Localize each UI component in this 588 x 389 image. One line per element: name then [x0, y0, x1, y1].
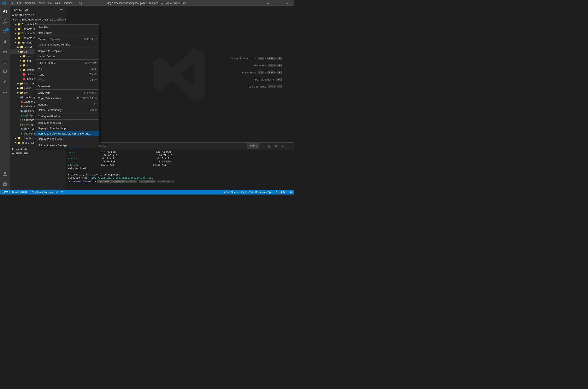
src-arrow: ▶	[17, 91, 20, 94]
timeline-header[interactable]: ▶ TIMELINE	[10, 151, 66, 156]
open-editors-header[interactable]: ▶ OPEN EDITORS	[10, 13, 66, 17]
terminal-dropdown[interactable]: 2: zsh ▾	[247, 143, 259, 149]
ctrl-key-1: Ctrl	[258, 57, 264, 60]
close-button[interactable]: ✕	[282, 0, 292, 6]
context-rename[interactable]: Rename F2	[66, 102, 99, 107]
notifications-item[interactable]	[288, 190, 294, 194]
terminal-add-button[interactable]: +	[260, 143, 266, 149]
context-upload-azure[interactable]: Upload to Azure Storage...	[66, 143, 99, 148]
context-rename-shortcut: F2	[94, 103, 97, 106]
terminal-url[interactable]: https://cli.vuejs.org/guide/deployment.h…	[89, 176, 153, 179]
separator-9	[66, 119, 99, 120]
vue-config-spacer	[17, 132, 20, 135]
context-delete[interactable]: Delete Permanently Delete	[66, 107, 99, 113]
terminal-controls: 2: zsh ▾ + 🗑 ∧ ✕	[247, 143, 292, 149]
nginx-icon: ◼	[20, 114, 23, 117]
sync-status-item[interactable]	[59, 190, 65, 194]
toggle-terminal-row: Toggle Terminal Ctrl + `	[231, 85, 281, 88]
status-bar: WSL: Ubuntu-20.04 features/workspaces* L…	[0, 190, 294, 194]
context-deploy-static[interactable]: Deploy to Static Website via Azure Stora…	[66, 131, 99, 136]
terminal-trash-button[interactable]: 🗑	[273, 143, 279, 149]
adc-scm-item[interactable]: Adc.Scm.Resources.Api	[240, 190, 273, 194]
package-json-icon: { }	[20, 123, 23, 126]
terminal-close-panel-button[interactable]: ✕	[286, 143, 292, 149]
adc-scm-label: Adc.Scm.Resources.Api	[244, 191, 271, 194]
svg-rect-3	[270, 145, 270, 147]
accounts-activity-icon[interactable]	[0, 169, 10, 179]
dockerfile-icon: 🐳	[20, 109, 23, 112]
context-new-file[interactable]: New File	[66, 25, 99, 30]
live-share-item[interactable]: Live Share	[221, 190, 239, 194]
context-reveal-explorer[interactable]: Reveal in Explorer Shift+Alt+R	[66, 36, 99, 42]
search-activity-icon[interactable]	[0, 17, 10, 27]
favicon-icon: 🔴	[22, 73, 26, 76]
context-deploy-web[interactable]: Deploy to Web App...	[66, 120, 99, 125]
context-new-folder[interactable]: New Folder	[66, 30, 99, 35]
remote-explorer-activity-icon[interactable]	[0, 57, 10, 67]
context-convert-template[interactable]: Convert to Template	[66, 48, 99, 54]
minimize-button[interactable]: —	[263, 0, 273, 6]
workspace-header[interactable]: ▼ DAY2-BREAKOUT2 (WORKSPACE) [WSL: UBUNT…	[10, 17, 66, 22]
menu-run[interactable]: Run	[54, 1, 62, 5]
context-open-terminal[interactable]: Open in Integrated Terminal	[66, 42, 99, 47]
eslint-status-item[interactable]: ESLINT	[273, 190, 288, 194]
run-activity-icon[interactable]	[0, 37, 10, 47]
src-icon: 📁	[20, 91, 23, 94]
context-find-folder[interactable]: Find in Folder... Shift+Alt+F	[66, 60, 99, 65]
ctrl-key-3: Ctrl	[258, 71, 264, 74]
terminal-chevron-up-button[interactable]: ∧	[280, 143, 286, 149]
dockerignore-icon: 🐳	[20, 95, 23, 99]
terminal-path: ~/frontend/scmfe	[68, 180, 92, 183]
context-configure-pipeline[interactable]: Configure Pipeline	[66, 114, 99, 119]
azure-activity-icon[interactable]	[0, 77, 10, 87]
menu-edit[interactable]: Edit	[16, 1, 23, 5]
context-copy-path[interactable]: Copy Path Shift+Alt+C	[66, 90, 99, 95]
menu-help[interactable]: Help	[75, 1, 84, 5]
terminal-split-button[interactable]	[267, 143, 273, 149]
context-delete-shortcut: Delete	[89, 108, 97, 111]
backtick-key: `	[277, 85, 281, 88]
separator-4	[66, 66, 99, 66]
terminal-file-5: 9d1.css	[68, 163, 78, 166]
f5-key: F5	[276, 78, 281, 81]
menu-view[interactable]: View	[37, 1, 46, 5]
menu-go[interactable]: Go	[47, 1, 53, 5]
menu-file[interactable]: File	[8, 1, 15, 5]
vscode-folder-icon: 📁	[20, 45, 23, 49]
more-activity-icon[interactable]: •••	[0, 87, 10, 97]
start-debugging-keys: F5	[276, 78, 281, 81]
branch-label: features/workspaces*	[34, 191, 58, 194]
remote-status-icon	[2, 191, 4, 194]
sidebar-more-icon[interactable]: ···	[60, 8, 63, 12]
menu-terminal[interactable]: Terminal	[62, 1, 74, 5]
wsl-status-item[interactable]: WSL: Ubuntu-20.04	[0, 190, 29, 194]
start-debugging-label: Start Debugging	[254, 78, 274, 81]
terminal-line-7	[68, 170, 292, 173]
context-deploy-function[interactable]: Deploy to Function App...	[66, 125, 99, 131]
source-control-activity-icon[interactable]: 5	[0, 27, 10, 37]
separator-7	[66, 101, 99, 101]
database-activity-icon[interactable]	[0, 67, 10, 77]
gitignore-spacer	[17, 100, 20, 103]
explorer-activity-icon[interactable]	[0, 7, 10, 17]
terminal-line-3: ate.js 0.18 KiB 0.12 KiB	[68, 157, 292, 160]
vscode-logo-icon	[2, 1, 6, 5]
context-copy[interactable]: Copy Ctrl+C	[66, 72, 99, 77]
context-inspect-values[interactable]: Inspect Values	[66, 54, 99, 59]
maximize-button[interactable]: □	[273, 0, 282, 6]
context-cut[interactable]: Cut Ctrl+X	[66, 66, 99, 72]
public-icon: 📁	[20, 86, 23, 90]
extensions-activity-icon[interactable]	[0, 47, 10, 57]
context-download[interactable]: Download...	[66, 84, 99, 89]
start-debugging-row: Start Debugging F5	[231, 78, 281, 81]
context-paste: Paste Ctrl+V	[66, 77, 99, 83]
context-deploy-logic[interactable]: Deploy to Logic App...	[66, 136, 99, 141]
vscode-watermark-icon	[151, 45, 209, 103]
context-copy-shortcut: Ctrl+C	[90, 73, 97, 76]
branch-status-item[interactable]: features/workspaces*	[29, 190, 59, 194]
settings-activity-icon[interactable]	[0, 179, 10, 189]
editor-area: New File New Folder Reveal in Explorer S…	[66, 6, 294, 190]
menu-selection[interactable]: Selection	[24, 1, 37, 5]
context-copy-relative[interactable]: Copy Relative Path Ctrl+K Ctrl+Shift+C	[66, 95, 99, 101]
babel-icon: ◼	[20, 104, 23, 108]
